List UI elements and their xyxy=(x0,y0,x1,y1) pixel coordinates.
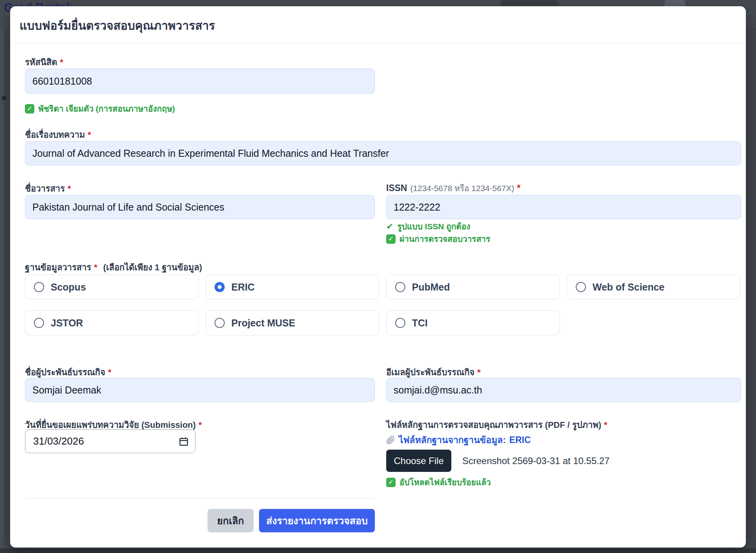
radio-icon xyxy=(576,282,586,292)
radio-icon xyxy=(395,282,405,292)
evidence-file-link[interactable]: ไฟล์หลักฐานจากฐานข้อมูล: ERIC xyxy=(386,433,531,447)
evidence-file-label: ไฟล์หลักฐานการตรวจสอบคุณภาพวารสาร (PDF /… xyxy=(386,418,607,432)
title-divider xyxy=(10,43,746,43)
database-option-pubmed[interactable]: PubMed xyxy=(386,275,560,300)
article-title-input[interactable] xyxy=(25,141,741,165)
paperclip-icon xyxy=(386,436,395,445)
cancel-button[interactable]: ยกเลิก xyxy=(208,509,254,532)
required-asterisk: * xyxy=(88,130,91,140)
choose-file-button[interactable]: Choose File xyxy=(386,450,451,472)
database-option-tci[interactable]: TCI xyxy=(386,310,560,335)
database-option-eric[interactable]: ERIC xyxy=(206,275,379,300)
article-title-label: ชื่อเรื่องบทความ* xyxy=(25,128,91,142)
uploaded-file-name: Screenshot 2569-03-31 at 10.55.27 xyxy=(462,456,610,466)
calendar-icon[interactable] xyxy=(179,436,189,447)
radio-icon xyxy=(215,282,225,292)
issn-label: ISSN(1234-5678 หรือ 1234-567X)* xyxy=(386,182,520,195)
author-name-label: ชื่อผู้ประพันธ์บรรณกิจ* xyxy=(25,365,111,379)
journal-verified-text: ผ่านการตรวจสอบวารสาร xyxy=(399,232,490,245)
required-asterisk: * xyxy=(67,184,71,193)
issn-format-ok-text: รูปแบบ ISSN ถูกต้อง xyxy=(397,220,470,233)
green-check-badge-icon: ✓ xyxy=(25,104,34,113)
journal-check-form-modal: แบบฟอร์มยื่นตรวจสอบคุณภาพวารสาร รหัสนิสิ… xyxy=(10,6,746,548)
upload-success-status: ✓ อัปโหลดไฟล์เรียบร้อยแล้ว xyxy=(386,476,491,489)
radio-icon xyxy=(34,318,44,328)
page-root: Grad Portal แบบฟอร์มยื่นตรวจสอบคุณภาพวาร… xyxy=(0,0,756,553)
journal-name-label: ชื่อวารสาร* xyxy=(25,182,71,195)
student-id-input[interactable] xyxy=(25,69,375,94)
author-email-input[interactable] xyxy=(386,378,741,402)
evidence-link-text: ไฟล์หลักฐานจากฐานข้อมูล: xyxy=(399,433,506,447)
required-asterisk: * xyxy=(60,57,64,67)
checkmark-icon: ✔ xyxy=(386,222,393,232)
green-check-badge-icon: ✓ xyxy=(386,478,396,487)
required-asterisk: * xyxy=(517,183,520,193)
radio-icon xyxy=(395,318,405,328)
issn-format-ok-status: ✔ รูปแบบ ISSN ถูกต้อง xyxy=(386,220,470,233)
issn-format-hint: (1234-5678 หรือ 1234-567X) xyxy=(410,184,515,193)
background-bottom-strip xyxy=(0,548,756,553)
required-asterisk: * xyxy=(604,420,607,430)
required-asterisk: * xyxy=(108,367,112,377)
footer-divider xyxy=(25,498,375,498)
author-name-input[interactable] xyxy=(25,378,375,402)
radio-icon xyxy=(34,282,44,292)
evidence-link-database: ERIC xyxy=(509,435,531,445)
student-verified-status: ✓ พัชริดา เจียมตัว (การสอนภาษาอังกฤษ) xyxy=(25,102,175,115)
required-asterisk: * xyxy=(477,367,481,377)
required-asterisk: * xyxy=(94,262,98,272)
modal-title: แบบฟอร์มยื่นตรวจสอบคุณภาพวารสาร xyxy=(20,16,215,35)
journal-name-input[interactable] xyxy=(25,195,375,219)
database-option-jstor[interactable]: JSTOR xyxy=(25,310,199,335)
background-list-bullet xyxy=(2,96,6,100)
student-id-label: รหัสนิสิต* xyxy=(25,55,63,69)
author-email-label: อีเมลผู้ประพันธ์บรรณกิจ* xyxy=(386,365,481,379)
radio-icon xyxy=(215,318,225,328)
green-check-badge-icon: ✓ xyxy=(386,234,396,244)
database-note: (เลือกได้เพียง 1 ฐานข้อมูล) xyxy=(103,262,202,272)
file-upload-row: Choose File Screenshot 2569-03-31 at 10.… xyxy=(386,450,610,472)
background-left-strip xyxy=(0,27,4,548)
journal-verified-status: ✓ ผ่านการตรวจสอบวารสาร xyxy=(386,232,490,245)
submit-report-button[interactable]: ส่งรายงานการตรวจสอบ xyxy=(259,509,375,532)
database-option-scopus[interactable]: Scopus xyxy=(25,275,199,300)
submission-date-input[interactable]: 31/03/2026 xyxy=(25,429,195,453)
database-option-project-muse[interactable]: Project MUSE xyxy=(206,310,379,335)
student-verified-text: พัชริดา เจียมตัว (การสอนภาษาอังกฤษ) xyxy=(38,102,175,115)
database-option-web-of-science[interactable]: Web of Science xyxy=(567,275,740,300)
issn-input[interactable] xyxy=(386,195,741,219)
database-label: ฐานข้อมูลวารสาร* (เลือกได้เพียง 1 ฐานข้อ… xyxy=(25,261,202,274)
required-asterisk: * xyxy=(199,420,202,430)
submission-date-value: 31/03/2026 xyxy=(33,435,179,447)
upload-success-text: อัปโหลดไฟล์เรียบร้อยแล้ว xyxy=(399,476,491,489)
